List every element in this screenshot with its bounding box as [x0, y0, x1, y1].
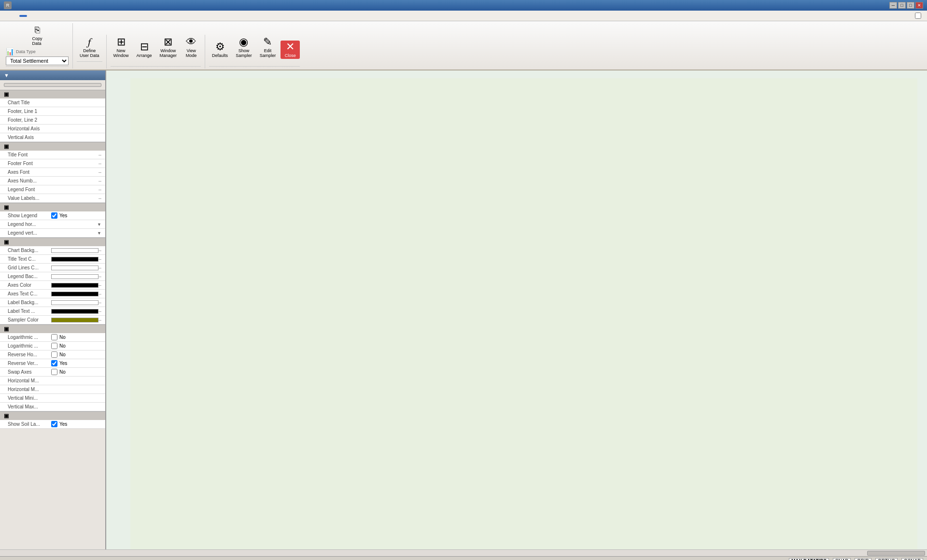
sidebar-header[interactable]: ▼: [0, 70, 105, 80]
title-color-btn[interactable]: --: [98, 257, 101, 262]
menu-file[interactable]: [2, 15, 10, 17]
prop-legend-vert-label: Legend vert...: [8, 230, 51, 236]
label-bg-btn[interactable]: --: [98, 300, 101, 305]
label-text-btn[interactable]: --: [98, 309, 101, 314]
legend-hor-dropdown[interactable]: ▼: [97, 222, 101, 227]
prop-footer-line1: Footer, Line 1: [0, 107, 105, 116]
axes-font-btn[interactable]: --: [98, 170, 101, 175]
arrange-icon: ⊟: [140, 42, 149, 52]
menu-help[interactable]: [28, 15, 36, 17]
rev-v-checkbox[interactable]: [51, 360, 57, 366]
section-axes[interactable]: ▣: [0, 324, 105, 333]
title-bar: R ─ □ □ ✕: [0, 0, 927, 11]
edit-sampler-label: EditSampler: [260, 48, 276, 58]
close-window-button[interactable]: ✕: [915, 2, 923, 9]
chart-bg-btn[interactable]: --: [98, 248, 101, 253]
prop-axes-num-label: Axes Numb...: [8, 178, 51, 183]
close-button[interactable]: ✕ Close: [281, 41, 300, 59]
status-max-datatips[interactable]: MAX DATATIPS: [789, 558, 829, 560]
data-type-label: Data Type: [16, 49, 36, 54]
legend-bg-btn[interactable]: --: [98, 274, 101, 279]
rev-h-checkbox[interactable]: [51, 351, 57, 358]
prop-logarithmic-v: Logarithmic ... No: [0, 342, 105, 350]
prop-grid-color-label: Grid Lines C...: [8, 265, 51, 270]
prop-horizontal-max: Horizontal M...: [0, 377, 105, 385]
show-sampler-button[interactable]: ◉ ShowSampler: [233, 36, 255, 59]
axes-color-btn[interactable]: --: [98, 283, 101, 288]
show-classic-checkbox[interactable]: [915, 13, 921, 19]
ribbon-group-define: 𝑓 DefineUser Data: [75, 35, 107, 69]
data-type-select[interactable]: Total Settlement: [6, 56, 69, 65]
sidebar-defaults-button[interactable]: [4, 83, 101, 87]
prop-swap-label: Swap Axes: [8, 369, 51, 375]
restore-button[interactable]: □: [898, 2, 906, 9]
section-legend[interactable]: ▣: [0, 203, 105, 211]
define-user-data-button[interactable]: 𝑓 DefineUser Data: [77, 36, 102, 59]
val-labels-btn[interactable]: --: [98, 196, 101, 201]
section-legend-expand-icon: ▣: [4, 204, 9, 210]
swap-checkbox[interactable]: [51, 369, 57, 375]
prop-title-color-swatch: [51, 257, 98, 262]
prop-v-max-label: Vertical Max...: [8, 404, 51, 409]
main-layout: ▼ ▣ Chart Title Footer, Line 1 Footer, L…: [0, 70, 927, 549]
menu-home[interactable]: [11, 15, 18, 17]
scrollbar[interactable]: [0, 549, 927, 556]
status-osnap[interactable]: OSNAP: [901, 558, 923, 560]
prop-axes-font: Axes Font --: [0, 168, 105, 177]
prop-title-font-label: Title Font: [8, 152, 51, 157]
grid-color-btn[interactable]: --: [98, 266, 101, 270]
new-window-button[interactable]: ⊞ NewWindow: [111, 36, 132, 59]
window-manager-label: WindowManager: [160, 48, 177, 58]
window-group-content: ⊞ NewWindow ⊟ Arrange ⊠ WindowManager 👁 …: [111, 36, 201, 59]
status-ortho[interactable]: ORTHO: [875, 558, 898, 560]
sampler-color-btn[interactable]: --: [98, 318, 101, 322]
log-h-checkbox[interactable]: [51, 334, 57, 340]
view-mode-button[interactable]: 👁 ViewMode: [182, 36, 201, 59]
section-soil-bands[interactable]: ▣: [0, 411, 105, 420]
edit-sampler-icon: ✎: [263, 37, 272, 47]
footer-font-btn[interactable]: --: [98, 161, 101, 166]
minimize-button[interactable]: ─: [889, 2, 897, 9]
axes-text-color-btn[interactable]: --: [98, 292, 101, 296]
prop-rev-v-label: Reverse Ver...: [8, 361, 51, 366]
legend-font-btn[interactable]: --: [98, 187, 101, 192]
section-fonts[interactable]: ▣: [0, 142, 105, 151]
copy-data-button[interactable]: ⎘ CopyData: [6, 24, 69, 47]
status-right: MAX DATATIPS SNAP GRID ORTHO OSNAP: [789, 558, 923, 560]
app-icons: R: [4, 1, 12, 9]
section-titles[interactable]: ▣: [0, 90, 105, 98]
arrange-button[interactable]: ⊟ Arrange: [134, 41, 155, 59]
window-manager-button[interactable]: ⊠ WindowManager: [157, 36, 180, 59]
axes-num-btn[interactable]: --: [98, 179, 101, 183]
data-type-row: 📊 Data Type: [6, 48, 69, 56]
prop-legend-horizontal: Legend hor... ▼: [0, 220, 105, 229]
new-window-label: NewWindow: [113, 48, 129, 58]
show-soil-checkbox[interactable]: [51, 421, 57, 427]
prop-chart-title-label: Chart Title: [8, 100, 51, 105]
prop-axes-numbers-font: Axes Numb... --: [0, 177, 105, 185]
prop-chart-background: Chart Backg... --: [0, 246, 105, 255]
section-colors-expand-icon: ▣: [4, 239, 9, 245]
chart-main: [106, 78, 927, 549]
maximize-button[interactable]: □: [907, 2, 914, 9]
scrollbar-thumb[interactable]: [867, 551, 925, 556]
title-font-btn[interactable]: --: [98, 153, 101, 157]
prop-horizontal-axis: Horizontal Axis: [0, 125, 105, 133]
status-snap[interactable]: SNAP: [833, 558, 851, 560]
title-bar-left: R: [4, 1, 14, 9]
status-grid[interactable]: GRID: [855, 558, 871, 560]
log-v-checkbox[interactable]: [51, 343, 57, 349]
show-sampler-label: ShowSampler: [236, 48, 252, 58]
show-classic-menus[interactable]: [915, 13, 925, 19]
copy-icon: ⎘: [35, 25, 40, 35]
show-legend-checkbox[interactable]: [51, 212, 57, 219]
menu-chart[interactable]: [19, 15, 27, 17]
prop-value-labels-font: Value Labels... --: [0, 194, 105, 203]
window-controls[interactable]: ─ □ □ ✕: [889, 2, 923, 9]
show-sampler-icon: ◉: [239, 37, 248, 47]
section-colors[interactable]: ▣: [0, 238, 105, 246]
legend-vert-dropdown[interactable]: ▼: [97, 231, 101, 236]
prop-sampler-color: Sampler Color --: [0, 316, 105, 324]
edit-sampler-button[interactable]: ✎ EditSampler: [257, 36, 279, 59]
defaults-button[interactable]: ⚙ Defaults: [209, 41, 231, 59]
